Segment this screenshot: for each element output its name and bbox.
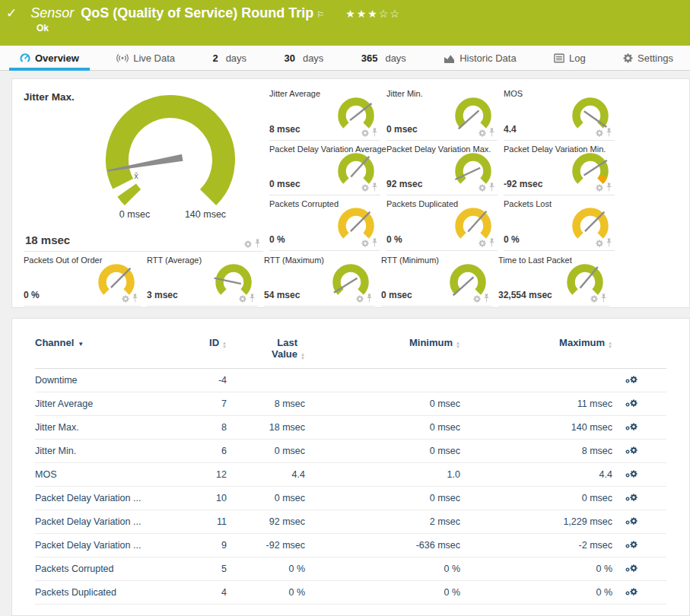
gear-icon[interactable]	[473, 295, 481, 303]
pin-icon[interactable]	[606, 128, 612, 137]
gear-icon[interactable]	[356, 295, 364, 303]
table-row: Packet Delay Variation ...100 msec0 msec…	[35, 487, 666, 510]
pin-icon[interactable]	[488, 128, 495, 137]
tab-live-data[interactable]: Live Data	[106, 46, 186, 70]
channel-last-value: 0 %	[227, 587, 305, 598]
channel-settings-icon[interactable]	[625, 493, 638, 503]
pin-icon[interactable]	[606, 238, 612, 247]
gauge-cell: Time to Last Packet32,554 msec	[498, 252, 609, 306]
gauge-cell: RTT (Maximum)54 msec	[264, 252, 375, 306]
table-row: Downtime-4	[35, 369, 666, 392]
channel-settings-icon[interactable]	[625, 540, 638, 551]
cell-icon-group	[361, 238, 378, 247]
pin-icon[interactable]	[371, 128, 378, 137]
channel-settings-icon[interactable]	[625, 446, 638, 456]
gear-icon[interactable]	[361, 240, 369, 247]
flag-icon[interactable]: ⚐	[316, 10, 324, 20]
column-header-label: Maximum	[559, 337, 605, 348]
tab-historic-data[interactable]: Historic Data	[433, 46, 526, 70]
channel-maximum: 1,229 msec	[460, 516, 612, 527]
tab-overview[interactable]: Overview	[9, 46, 90, 70]
tab-365-days[interactable]: 365days	[351, 46, 417, 70]
gear-icon[interactable]	[596, 184, 603, 192]
column-header-maximum[interactable]: Maximum▲▼	[460, 337, 612, 349]
sort-updown-icon[interactable]: ▲▼	[608, 341, 612, 349]
channel-name: Jitter Min.	[35, 446, 180, 456]
pin-icon[interactable]	[132, 294, 138, 303]
pin-icon[interactable]	[488, 238, 495, 247]
column-header-label: Channel	[35, 337, 74, 348]
gear-icon[interactable]	[122, 295, 129, 303]
pin-icon[interactable]	[483, 294, 490, 303]
tab-2-days[interactable]: 2days	[202, 46, 257, 70]
table-row: Packet Delay Variation ...1192 msec2 mse…	[35, 510, 666, 534]
gauge-value: 0 %	[386, 234, 402, 245]
channel-id: 5	[180, 564, 227, 574]
pin-icon[interactable]	[606, 183, 612, 192]
cell-icon-group	[473, 294, 490, 303]
channel-name: Packets Duplicated	[35, 587, 180, 598]
gear-icon[interactable]	[361, 184, 369, 192]
sort-dropdown-icon[interactable]: ▼	[78, 341, 84, 348]
cell-icon-group	[361, 183, 378, 192]
channel-settings-icon[interactable]	[625, 398, 638, 409]
channel-last-value: 92 msec	[227, 516, 305, 527]
cell-icon-group	[356, 294, 373, 303]
gauge-cell: Packet Delay Variation Average0 msec	[269, 141, 380, 196]
channel-maximum: 0 %	[460, 587, 612, 598]
pin-icon[interactable]	[249, 294, 256, 303]
column-header-last-value[interactable]: Last Value▲▼	[227, 337, 305, 360]
tab-settings[interactable]: Settings	[612, 46, 684, 70]
gear-icon[interactable]	[479, 240, 486, 247]
channel-minimum: 0 msec	[305, 422, 460, 433]
gear-icon[interactable]	[596, 129, 603, 137]
column-header-channel[interactable]: Channel▼	[35, 337, 180, 348]
cell-icon-group	[596, 128, 612, 137]
pin-icon[interactable]	[371, 183, 378, 192]
gear-icon[interactable]	[596, 240, 603, 247]
column-header-minimum[interactable]: Minimum▲▼	[305, 337, 460, 349]
channel-name: Downtime	[35, 375, 180, 386]
gear-icon[interactable]	[244, 240, 252, 248]
priority-stars[interactable]: ★★★☆☆	[345, 8, 401, 20]
tab-prefix: 365	[361, 52, 378, 64]
tab-label: Overview	[35, 52, 79, 64]
gauge-value: 3 msec	[147, 290, 178, 300]
tab-prefix: 30	[284, 52, 294, 64]
main-gauge-cell: Jitter Max. x̄ 0 msec 140 msec 18 msec	[24, 85, 263, 252]
gauge-value: 0 msec	[386, 124, 418, 135]
channel-settings-icon[interactable]	[625, 422, 638, 433]
channel-id: 12	[180, 469, 227, 480]
gear-icon[interactable]	[479, 184, 486, 192]
gear-icon[interactable]	[239, 295, 246, 303]
gear-icon[interactable]	[590, 295, 598, 303]
signal-icon	[116, 53, 129, 63]
channel-settings-icon[interactable]	[625, 587, 638, 598]
channel-settings-icon[interactable]	[625, 375, 638, 386]
channel-settings-icon[interactable]	[625, 564, 638, 574]
pin-icon[interactable]	[254, 239, 261, 248]
channel-settings-icon[interactable]	[625, 516, 638, 527]
pin-icon[interactable]	[488, 183, 495, 192]
channel-id: 6	[180, 446, 227, 456]
table-row: Jitter Average78 msec0 msec11 msec	[35, 392, 666, 416]
pin-icon[interactable]	[600, 294, 607, 303]
tab-log[interactable]: Log	[543, 46, 596, 70]
tab-30-days[interactable]: 30days	[273, 46, 334, 70]
channel-maximum: 0 %	[460, 564, 612, 574]
channel-last-value: 4.4	[227, 469, 305, 480]
channel-name: Packet Delay Variation ...	[35, 516, 180, 527]
gear-icon[interactable]	[361, 129, 369, 137]
main-gauge: x̄ 0 msec 140 msec	[91, 93, 252, 224]
sensor-kind-label: Sensor	[30, 5, 74, 21]
channel-settings-icon[interactable]	[625, 469, 638, 480]
channel-name: Jitter Max.	[35, 422, 180, 433]
table-body: Downtime-4Jitter Average78 msec0 msec11 …	[35, 369, 666, 605]
cell-icon-group	[122, 294, 138, 303]
pin-icon[interactable]	[366, 294, 373, 303]
sort-updown-icon[interactable]: ▲▼	[300, 353, 305, 360]
column-header-id[interactable]: ID▲▼	[180, 337, 227, 349]
cell-icon-group	[590, 294, 607, 303]
pin-icon[interactable]	[371, 238, 378, 247]
gear-icon[interactable]	[479, 129, 486, 137]
